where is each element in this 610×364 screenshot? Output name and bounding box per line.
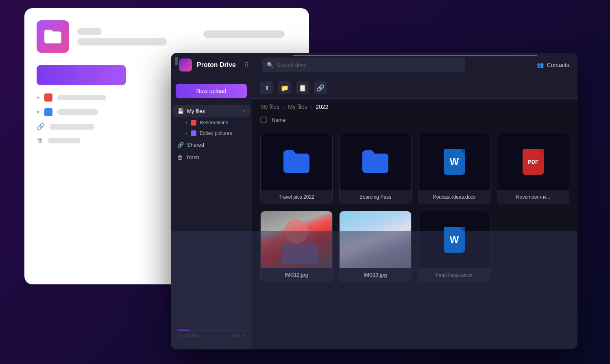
bg-sidebar: ▾ ▾ 🔗 🗑 — [37, 93, 126, 162]
travel-thumb — [261, 133, 332, 190]
breadcrumb-current: 2022 — [316, 104, 328, 110]
trash-icon: 🗑 — [177, 154, 183, 160]
nav-item-reservations[interactable]: ▾ Reservations — [181, 117, 250, 128]
podcast-word-icon: W — [444, 149, 465, 175]
november-label: November-inv... — [497, 190, 569, 204]
bg-link-icon: 🔗 — [37, 123, 45, 130]
bg-icon-red — [44, 93, 52, 102]
bg-chevron-1: ▾ — [37, 94, 39, 101]
reservations-folder-icon — [191, 120, 196, 126]
column-header-row: Name — [252, 115, 577, 126]
my-files-label: My files — [187, 108, 240, 114]
breadcrumb-sep-2: › — [311, 104, 313, 110]
file-card-boarding[interactable]: Boarding Pass — [339, 133, 412, 204]
edited-expand: ▾ — [185, 131, 187, 136]
bg-sidebar-item-3: 🔗 — [37, 123, 126, 130]
header: Proton Drive ⠿ 🔍 Search drive 👥 Contacts — [171, 53, 577, 77]
share-link-button[interactable]: 🔗 — [314, 81, 327, 94]
reservations-label: Reservations — [200, 120, 228, 126]
thesis-word-letter: W — [450, 234, 459, 245]
bg-folder-icon — [37, 20, 69, 53]
bg-card-header — [37, 20, 297, 53]
breadcrumb: My files › My files › 2022 — [252, 99, 577, 115]
nav-item-trash[interactable]: 🗑 Trash — [172, 151, 250, 164]
bg-text-1 — [57, 95, 106, 100]
bg-text-2 — [57, 109, 98, 115]
search-icon: 🔍 — [267, 62, 274, 68]
shared-icon: 🔗 — [177, 142, 184, 148]
trash-label: Trash — [186, 154, 245, 160]
header-right: 👥 Contacts — [537, 62, 569, 68]
bg-icon-blue — [44, 108, 52, 116]
nav-sub-my-files: ▾ Reservations ▾ Edited pictures — [181, 117, 250, 139]
breadcrumb-sep-1: › — [283, 104, 285, 110]
breadcrumb-my-files[interactable]: My files — [288, 104, 307, 110]
edited-folder-icon — [191, 130, 196, 136]
search-placeholder: Search drive — [277, 62, 307, 68]
search-bar[interactable]: 🔍 Search drive — [262, 58, 465, 72]
bg-text-4 — [48, 138, 81, 143]
img13-preview — [340, 211, 411, 268]
thesis-word-icon: W — [444, 227, 465, 253]
boarding-folder-icon — [362, 150, 388, 173]
app-title: Proton Drive — [197, 61, 236, 69]
file-card-november[interactable]: PDF November-inv... — [497, 133, 569, 204]
file-card-podcast[interactable]: W Podcast-ideas.docx — [418, 133, 490, 204]
bg-trash-icon: 🗑 — [37, 137, 43, 144]
bg-title-bars — [77, 28, 167, 46]
bg-bar-1 — [77, 28, 102, 35]
boarding-thumb — [340, 133, 411, 190]
name-column-header: Name — [272, 117, 286, 123]
select-all-checkbox[interactable] — [260, 117, 267, 123]
boarding-label: Boarding Pass — [340, 190, 411, 204]
nav-item-my-files[interactable]: 💾 My files ▾ — [172, 105, 250, 117]
bg-upload-button — [37, 65, 126, 85]
bg-chevron-2: ▾ — [37, 109, 39, 115]
podcast-label: Podcast-ideas.docx — [418, 190, 490, 204]
travel-label: Travel pics 2022 — [261, 190, 332, 204]
upload-folder-button[interactable]: 📁 — [278, 81, 291, 94]
file-grid: Travel pics 2022 Boarding Pass W — [252, 126, 577, 349]
upload-file-button[interactable]: ⬆ — [260, 81, 273, 94]
contacts-label[interactable]: Contacts — [547, 62, 569, 68]
shared-label: Shared — [187, 142, 245, 148]
pdf-letter: PDF — [528, 159, 538, 165]
app-logo — [179, 58, 192, 72]
podcast-thumb: W — [418, 133, 490, 190]
hard-drive-icon: 💾 — [177, 108, 184, 114]
nav-item-shared[interactable]: 🔗 Shared — [172, 139, 250, 151]
breadcrumb-root[interactable]: My files — [260, 104, 279, 110]
bg-sidebar-item-2: ▾ — [37, 108, 126, 116]
reservations-expand: ▾ — [185, 121, 187, 125]
bg-search-bar — [203, 30, 285, 38]
contacts-icon: 👥 — [537, 62, 544, 68]
img13-thumb — [340, 211, 411, 268]
bg-text-3 — [50, 124, 94, 130]
grid-icon[interactable]: ⠿ — [244, 61, 249, 69]
november-thumb: PDF — [497, 133, 569, 190]
travel-folder-icon — [283, 150, 309, 173]
content-area: ⬆ 📁 📋 🔗 My files › My files › 2022 Name — [252, 77, 577, 349]
body: New upload 💾 My files ▾ ▾ Reservations — [171, 77, 577, 349]
nav-item-edited-pictures[interactable]: ▾ Edited pictures — [181, 128, 250, 139]
word-letter-w: W — [450, 156, 459, 167]
my-files-chevron: ▾ — [243, 109, 245, 113]
bg-sidebar-item-4: 🗑 — [37, 137, 126, 144]
upload-button[interactable]: New upload — [176, 84, 247, 98]
create-folder-button[interactable]: 📋 — [296, 81, 309, 94]
bg-sidebar-item-1: ▾ — [37, 93, 126, 102]
file-card-travel[interactable]: Travel pics 2022 — [260, 133, 333, 204]
nav-section: 💾 My files ▾ ▾ Reservations ▾ Edited pic… — [171, 105, 252, 164]
toolbar: ⬆ 📁 📋 🔗 — [252, 77, 577, 99]
main-window: Proton Drive ⠿ 🔍 Search drive 👥 Contacts… — [171, 53, 577, 349]
november-pdf-icon: PDF — [523, 149, 544, 175]
edited-pictures-label: Edited pictures — [200, 130, 232, 136]
file-card-img13[interactable]: IMG13.jpg — [339, 211, 412, 282]
bg-bar-2 — [77, 38, 167, 46]
img13-ground — [340, 231, 411, 268]
